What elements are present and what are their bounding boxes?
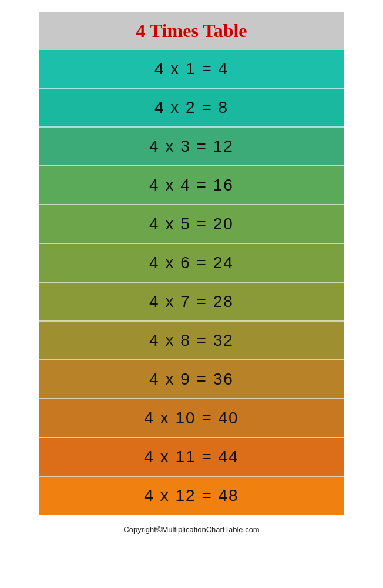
table-row: 4 x 5 = 20 xyxy=(39,205,344,244)
table-row-expression: 4 x 10 = 40 xyxy=(133,409,250,427)
table-row-expression: 4 x 12 = 48 xyxy=(133,486,250,505)
table-row-expression: 4 x 6 = 24 xyxy=(133,253,250,272)
table-row: 4 x 4 = 16 xyxy=(39,166,344,205)
table-row: 4 x 3 = 12 xyxy=(39,128,344,166)
title-bar: 4 Times Table xyxy=(39,12,344,50)
table-row: 4 x 6 = 24 xyxy=(39,244,344,283)
page-title: 4 Times Table xyxy=(45,20,338,42)
table-row-expression: 4 x 3 = 12 xyxy=(133,137,250,156)
table-row: 4 x 1 = 4 xyxy=(39,50,344,89)
table-row: 4 x 12 = 48 xyxy=(39,477,344,514)
table-row: 4 x 10 = 40 xyxy=(39,399,344,438)
table-row-expression: 4 x 9 = 36 xyxy=(133,370,250,389)
table-row: 4 x 2 = 8 xyxy=(39,89,344,128)
table-row: 4 x 11 = 44 xyxy=(39,438,344,477)
footer-text: Copyright©MultiplicationChartTable.com xyxy=(123,525,259,534)
table-row-expression: 4 x 1 = 4 xyxy=(133,59,250,78)
table-row-expression: 4 x 2 = 8 xyxy=(133,98,250,117)
table-row: 4 x 8 = 32 xyxy=(39,322,344,360)
table-row: 4 x 7 = 28 xyxy=(39,283,344,322)
table-row: 4 x 9 = 36 xyxy=(39,360,344,399)
table-row-expression: 4 x 7 = 28 xyxy=(133,292,250,311)
table-row-expression: 4 x 11 = 44 xyxy=(133,447,250,466)
table-row-expression: 4 x 8 = 32 xyxy=(133,331,250,350)
table-row-expression: 4 x 5 = 20 xyxy=(133,215,250,233)
times-table: 4 x 1 = 44 x 2 = 84 x 3 = 124 x 4 = 164 … xyxy=(39,50,344,514)
table-row-expression: 4 x 4 = 16 xyxy=(133,176,250,195)
main-container: 4 Times Table 4 x 1 = 44 x 2 = 84 x 3 = … xyxy=(39,12,344,514)
